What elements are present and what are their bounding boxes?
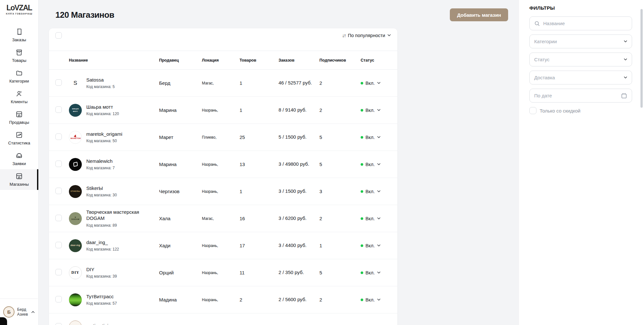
- page-title: 120 Магазинов: [55, 10, 114, 20]
- search-input[interactable]: [543, 21, 627, 26]
- status-dropdown[interactable]: Вкл.: [361, 189, 397, 194]
- scrollbar-thumb[interactable]: [640, 9, 643, 108]
- folder-icon: [15, 69, 23, 77]
- row-checkbox[interactable]: [55, 161, 62, 167]
- chevron-down-icon: [377, 136, 381, 138]
- shop-avatar: [69, 320, 82, 325]
- shop-location: Назрань,: [202, 189, 240, 194]
- sidebar-item-товары[interactable]: Товары: [0, 45, 38, 66]
- table-row: шаьра мотт Шаьра мотт Код магазина: 120 …: [49, 97, 397, 124]
- status-dropdown[interactable]: Вкл.: [361, 297, 397, 302]
- sidebar-item-заказы[interactable]: Заказы: [0, 25, 38, 45]
- shop-location: Магас,: [202, 81, 240, 85]
- shop-avatar: [69, 293, 82, 306]
- shop-code: Код магазина: 122: [86, 247, 159, 251]
- shops-table-card: ↓↑ По популярности Название Продавец Лок…: [49, 28, 397, 325]
- shop-products-count: 16: [240, 216, 279, 221]
- shop-name: Nemalewich: [86, 158, 148, 164]
- brand-logo: LoVZAL КУЛГА ГОВЗАНЧАШ: [6, 4, 32, 15]
- shop-orders: 2 / 5600 руб.: [279, 296, 319, 303]
- shop-code: Код магазина: 39: [86, 274, 159, 279]
- sidebar-item-продавцы[interactable]: Продавцы: [0, 107, 38, 128]
- date-placeholder: По дате: [534, 93, 618, 98]
- status-label: Вкл.: [365, 243, 375, 248]
- date-filter[interactable]: По дате: [529, 89, 632, 103]
- user-name: Берд Азиев: [17, 307, 28, 317]
- status-dropdown[interactable]: Вкл.: [361, 108, 397, 113]
- discount-filter[interactable]: Только со скидкой: [529, 107, 632, 114]
- table-row: S Satossa Код магазина: 5 Берд Магас, 1 …: [49, 70, 397, 97]
- sidebar-item-заявки[interactable]: Заявки: [0, 149, 38, 169]
- shop-seller: Чергизов: [159, 189, 202, 194]
- user-avatar: Б: [3, 306, 14, 318]
- shop-orders: 3 / 49800 руб.: [279, 161, 319, 168]
- table-row: matimati_ing: [49, 313, 397, 325]
- status-dropdown[interactable]: Вкл.: [361, 162, 397, 167]
- sort-arrows-icon: ↓↑: [342, 33, 346, 38]
- status-dropdown[interactable]: Вкл.: [361, 270, 397, 275]
- shop-code: Код магазина: 30: [86, 193, 159, 197]
- brand-logo-tagline: КУЛГА ГОВЗАНЧАШ: [6, 13, 32, 15]
- shop-orders: 3 / 1500 руб.: [279, 188, 319, 195]
- shop-code: Код магазина: 89: [86, 223, 159, 228]
- storefront-icon: [15, 110, 23, 118]
- chevron-down-icon: [377, 271, 381, 274]
- shop-code: Код магазина: 57: [86, 301, 159, 306]
- status-dropdown[interactable]: Вкл.: [361, 243, 397, 248]
- chevron-down-icon: [624, 76, 627, 79]
- status-dropdown[interactable]: Вкл.: [361, 81, 397, 86]
- column-header-products: Товаров: [240, 58, 279, 63]
- storefront-icon: [15, 172, 23, 180]
- table-row: STIKERЫ StikerЫ Код магазина: 30 Чергизо…: [49, 178, 397, 205]
- filter-dropdown-статус[interactable]: Статус: [529, 53, 632, 66]
- status-dot: [361, 109, 363, 112]
- status-label: Вкл.: [365, 216, 375, 221]
- user-initial: Б: [7, 309, 11, 315]
- row-checkbox[interactable]: [55, 215, 62, 221]
- shop-subscribers-count: 5: [319, 270, 361, 275]
- filter-dropdown-категории[interactable]: Категории: [529, 34, 632, 48]
- row-checkbox[interactable]: [55, 133, 62, 140]
- table-body: S Satossa Код магазина: 5 Берд Магас, 1 …: [49, 70, 397, 325]
- row-checkbox[interactable]: [55, 106, 62, 113]
- row-checkbox[interactable]: [55, 323, 62, 325]
- filter-dropdown-доставка[interactable]: Доставка: [529, 71, 632, 84]
- shop-subscribers-count: 5: [319, 134, 361, 140]
- shop-seller: Марет: [159, 134, 202, 140]
- table-header-row: Название Продавец Локация Товаров Заказо…: [49, 51, 397, 70]
- row-checkbox[interactable]: [55, 79, 62, 86]
- shop-subscribers-count: 2: [319, 216, 361, 221]
- shop-orders: 46 / 52577 руб.: [279, 79, 319, 87]
- shop-name: ТутВитграсс: [86, 294, 148, 300]
- sidebar-item-статистика[interactable]: Статистика: [0, 128, 38, 149]
- sidebar-item-категории[interactable]: Категории: [0, 66, 38, 87]
- select-all-checkbox[interactable]: [55, 32, 62, 39]
- sidebar-item-клиенты[interactable]: Клиенты: [0, 87, 38, 107]
- add-shop-button[interactable]: Добавить магазин: [450, 8, 508, 21]
- package-icon: [15, 48, 23, 56]
- shop-code: Код магазина: 5: [86, 84, 159, 89]
- shop-orders: 8 / 9140 руб.: [279, 106, 319, 114]
- search-field: [529, 16, 632, 30]
- shop-location: Назрань,: [202, 162, 240, 167]
- filter-dropdowns: Категории Статус Доставка: [529, 34, 632, 84]
- shop-products-count: 17: [240, 243, 279, 248]
- status-dropdown[interactable]: Вкл.: [361, 216, 397, 221]
- shop-location: Назрань,: [202, 298, 240, 302]
- status-dot: [361, 163, 363, 166]
- sort-dropdown[interactable]: ↓↑ По популярности: [342, 33, 391, 38]
- sidebar-nav: Заказы Товары Категории Клиенты Продавцы…: [0, 25, 38, 190]
- status-dropdown[interactable]: Вкл.: [361, 135, 397, 140]
- filters-title: ФИЛЬТРЫ: [529, 5, 632, 11]
- status-label: Вкл.: [365, 270, 375, 275]
- sidebar-item-магазины[interactable]: Магазины: [0, 169, 38, 190]
- shop-seller: Хала: [159, 216, 202, 221]
- row-checkbox[interactable]: [55, 188, 62, 194]
- discount-checkbox[interactable]: [529, 107, 536, 114]
- row-checkbox[interactable]: [55, 242, 62, 248]
- brand-logo-title: LoVZAL: [6, 4, 32, 12]
- row-checkbox[interactable]: [55, 296, 62, 302]
- chevron-down-icon: [377, 163, 381, 165]
- user-icon: [15, 90, 23, 98]
- row-checkbox[interactable]: [55, 269, 62, 275]
